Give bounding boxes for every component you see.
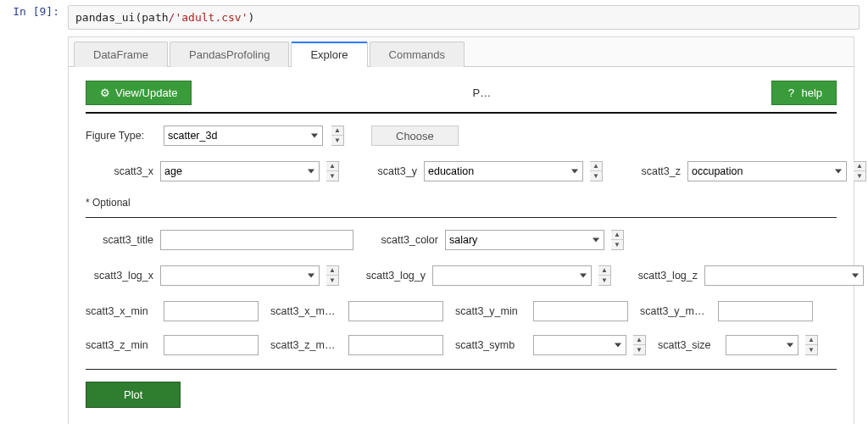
scatt3-ymin-label: scatt3_y_min	[455, 305, 526, 317]
scatt3-logx-label: scatt3_log_x	[86, 270, 153, 282]
scatt3-zmin-label: scatt3_z_min	[86, 339, 157, 351]
scatt3-color-spinner[interactable]: ▲▼	[611, 230, 624, 250]
scatt3-zmax-label: scatt3_z_m…	[270, 339, 342, 351]
scatt3-xmax-input[interactable]	[348, 301, 443, 321]
scatt3-color-label: scatt3_color	[370, 234, 438, 246]
optional-label: * Optional	[86, 197, 837, 209]
scatt3-ymin-input[interactable]	[533, 301, 628, 321]
scatt3-x-spinner[interactable]: ▲▼	[326, 161, 339, 181]
scatt3-logy-select[interactable]	[432, 265, 592, 286]
plot-button[interactable]: Plot	[86, 382, 181, 408]
scatt3-ymax-input[interactable]	[718, 301, 813, 321]
scatt3-size-select[interactable]	[726, 335, 798, 355]
scatt3-z-label: scatt3_z	[620, 165, 681, 177]
divider	[86, 369, 837, 370]
tab-commands[interactable]: Commands	[370, 42, 465, 67]
tab-pandasprofiling[interactable]: PandasProfoling	[170, 42, 289, 67]
scatt3-symb-spinner[interactable]: ▲▼	[633, 335, 646, 355]
scatt3-z-select[interactable]	[687, 161, 847, 181]
scatt3-y-select[interactable]	[424, 161, 583, 181]
topbar-title: P…	[198, 86, 765, 99]
help-label: help	[801, 86, 822, 99]
figure-type-select[interactable]	[164, 126, 323, 146]
help-button[interactable]: ? help	[771, 81, 837, 105]
scatt3-symb-select[interactable]	[533, 335, 626, 355]
view-update-button[interactable]: ⚙ View/Update	[86, 81, 192, 105]
scatt3-y-spinner[interactable]: ▲▼	[590, 161, 603, 181]
scatt3-ymax-label: scatt3_y_m…	[640, 305, 711, 317]
scatt3-xmin-input[interactable]	[164, 301, 259, 321]
divider	[86, 217, 837, 218]
tab-explore[interactable]: Explore	[291, 42, 367, 67]
scatt3-size-spinner[interactable]: ▲▼	[805, 335, 818, 355]
cell-prompt: In [9]:	[8, 5, 68, 30]
output-widget: DataFrame PandasProfoling Explore Comman…	[68, 36, 854, 424]
scatt3-xmin-label: scatt3_x_min	[86, 305, 157, 317]
scatt3-xmax-label: scatt3_x_m…	[270, 305, 342, 317]
help-icon: ?	[786, 86, 796, 99]
scatt3-color-select[interactable]	[445, 230, 604, 250]
scatt3-x-select[interactable]	[160, 161, 320, 181]
scatt3-logy-spinner[interactable]: ▲▼	[598, 265, 611, 286]
choose-button[interactable]: Choose	[371, 126, 459, 146]
code-input[interactable]: pandas_ui(path/'adult.csv')	[68, 5, 860, 30]
scatt3-title-input[interactable]	[160, 230, 353, 250]
tab-dataframe[interactable]: DataFrame	[74, 42, 168, 67]
tab-bar: DataFrame PandasProfoling Explore Comman…	[69, 37, 854, 67]
scatt3-title-label: scatt3_title	[86, 234, 153, 246]
scatt3-x-label: scatt3_x	[86, 165, 153, 177]
scatt3-zmin-input[interactable]	[164, 335, 259, 355]
gear-icon: ⚙	[100, 86, 110, 99]
spin-up-icon[interactable]: ▲	[331, 126, 343, 136]
scatt3-logz-select[interactable]	[704, 265, 864, 286]
scatt3-logz-label: scatt3_log_z	[628, 270, 698, 282]
figure-type-label: Figure Type:	[86, 130, 155, 142]
scatt3-size-label: scatt3_size	[658, 339, 719, 351]
figure-type-spinner[interactable]: ▲ ▼	[331, 126, 344, 146]
scatt3-zmax-input[interactable]	[348, 335, 443, 355]
view-update-label: View/Update	[115, 86, 177, 99]
scatt3-symb-label: scatt3_symb	[455, 339, 526, 351]
scatt3-logx-spinner[interactable]: ▲▼	[326, 265, 339, 286]
scatt3-logx-select[interactable]	[160, 265, 320, 286]
scatt3-y-label: scatt3_y	[356, 165, 417, 177]
scatt3-logy-label: scatt3_log_y	[356, 270, 426, 282]
divider	[86, 112, 837, 114]
spin-down-icon[interactable]: ▼	[331, 136, 343, 145]
scatt3-z-spinner[interactable]: ▲▼	[854, 161, 866, 181]
